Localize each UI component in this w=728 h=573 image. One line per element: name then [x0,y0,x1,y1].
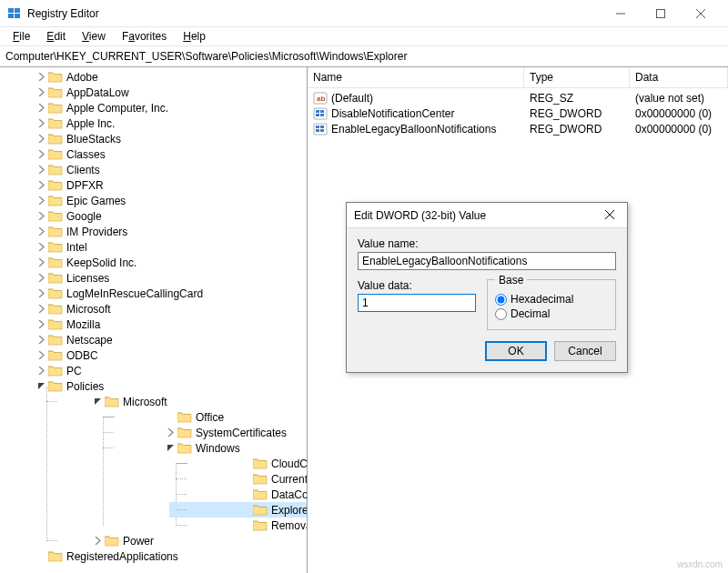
value-data: (value not set) [635,92,704,105]
expand-toggle-icon[interactable] [35,348,48,362]
list-header[interactable]: Name Type Data [308,67,728,88]
tree-item[interactable]: Apple Inc. [0,116,307,131]
list-row[interactable]: DisableNotificationCenterREG_DWORD0x0000… [308,106,728,121]
expand-toggle-icon[interactable] [35,163,48,176]
expand-toggle-icon[interactable] [35,116,48,130]
value-type: REG_SZ [530,92,573,105]
tree-item[interactable]: SystemCertificates [96,425,307,440]
dialog-titlebar[interactable]: Edit DWORD (32-bit) Value [347,203,627,228]
minimize-button[interactable] [601,0,641,26]
col-data[interactable]: Data [630,67,728,87]
menu-edit[interactable]: Edit [39,28,73,45]
tree-item[interactable]: Classes [0,146,307,162]
tree-item[interactable]: Licenses [0,270,307,286]
expand-toggle-icon[interactable] [35,194,48,207]
radio-hex-input[interactable] [495,294,507,306]
expand-toggle-icon[interactable] [35,85,48,99]
tree-item[interactable]: Mozilla [0,317,307,332]
tree-item[interactable]: Explorer [169,502,307,518]
tree-item[interactable]: Windows [96,440,307,456]
tree-label: Power [123,535,154,548]
expand-toggle-icon[interactable] [35,70,48,84]
tree-item[interactable]: DataCollection [169,487,307,502]
expand-toggle-icon[interactable] [35,147,48,161]
address-bar[interactable]: Computer\HKEY_CURRENT_USER\Software\Poli… [0,45,728,67]
window-title: Registry Editor [27,7,601,20]
tree-item[interactable]: Clients [0,162,307,177]
tree-item[interactable]: AppDataLow [0,85,307,100]
menu-help[interactable]: Help [176,28,213,45]
expand-toggle-icon[interactable] [35,209,48,223]
value-data-input[interactable] [358,294,476,312]
col-name[interactable]: Name [308,67,524,87]
expand-toggle-icon[interactable] [35,240,48,254]
tree-pane[interactable]: AdobeAppDataLowApple Computer, Inc.Apple… [0,67,308,573]
value-name: DisableNotificationCenter [331,107,454,120]
tree-label: Microsoft [123,396,167,408]
tree-item[interactable]: DPFXR [0,177,307,193]
expand-toggle-icon[interactable] [35,132,48,146]
tree-item[interactable]: LogMeInRescueCallingCard [0,286,307,301]
tree-item[interactable]: Google [0,208,307,224]
expand-toggle-icon[interactable] [91,534,105,548]
menu-favorites[interactable]: Favorites [115,28,174,45]
tree-label: Mozilla [66,318,100,331]
maximize-button[interactable] [641,0,681,26]
expand-toggle-icon[interactable] [91,395,105,408]
dialog-close-button[interactable] [600,207,620,224]
cancel-button[interactable]: Cancel [554,341,616,361]
list-row[interactable]: ab(Default)REG_SZ(value not set) [308,90,728,106]
value-name: (Default) [331,92,373,105]
tree-item[interactable]: IM Providers [0,224,307,239]
value-name-input[interactable] [358,252,616,270]
expand-toggle-icon[interactable] [35,256,48,269]
expand-toggle-icon[interactable] [35,364,48,377]
close-button[interactable] [681,0,721,26]
tree-item[interactable]: RegisteredApplications [0,548,307,564]
expand-toggle-icon[interactable] [35,317,48,331]
expand-toggle-icon[interactable] [35,302,48,316]
expand-toggle-icon[interactable] [35,549,48,563]
col-type[interactable]: Type [524,67,630,87]
expand-toggle-icon[interactable] [164,441,177,455]
app-icon [7,6,22,21]
ok-button[interactable]: OK [485,341,547,361]
tree-label: RegisteredApplications [66,550,178,563]
tree-item[interactable]: CurrentVersion [169,471,307,487]
radio-hex[interactable]: Hexadecimal [495,293,608,306]
expand-toggle-icon[interactable] [164,410,177,424]
tree-item[interactable]: Intel [0,239,307,255]
expand-toggle-icon[interactable] [35,178,48,192]
tree-item[interactable]: Adobe [0,69,307,85]
radio-dec[interactable]: Decimal [495,307,608,320]
expand-toggle-icon[interactable] [35,271,48,285]
menu-view[interactable]: View [75,28,113,45]
value-data-label: Value data: [358,279,476,292]
tree-item[interactable]: Microsoft [40,394,307,409]
tree-label: ODBC [66,349,98,362]
tree-item[interactable]: Netscape [0,332,307,347]
tree-item[interactable]: Power [40,533,307,548]
menu-file[interactable]: File [5,28,37,45]
expand-toggle-icon[interactable] [35,333,48,347]
tree-item[interactable]: KeepSolid Inc. [0,255,307,270]
value-name-label: Value name: [358,237,616,250]
radio-dec-input[interactable] [495,308,507,320]
list-row[interactable]: EnableLegacyBalloonNotificationsREG_DWOR… [308,121,728,136]
expand-toggle-icon[interactable] [35,101,48,115]
tree-item[interactable]: Apple Computer, Inc. [0,100,307,116]
svg-rect-16 [316,126,319,128]
svg-rect-12 [320,110,324,113]
tree-item[interactable]: Microsoft [0,301,307,317]
svg-rect-0 [8,8,14,13]
tree-item[interactable]: RemovableStorageDevices [169,518,307,533]
tree-item[interactable]: ODBC [0,347,307,363]
tree-item[interactable]: Epic Games [0,193,307,208]
tree-item[interactable]: PC [0,363,307,378]
tree-item[interactable]: Office [96,409,307,425]
tree-item[interactable]: BlueStacks [0,131,307,146]
expand-toggle-icon[interactable] [35,286,48,300]
expand-toggle-icon[interactable] [164,426,177,439]
expand-toggle-icon[interactable] [35,225,48,238]
tree-item[interactable]: CloudContent [169,456,307,471]
